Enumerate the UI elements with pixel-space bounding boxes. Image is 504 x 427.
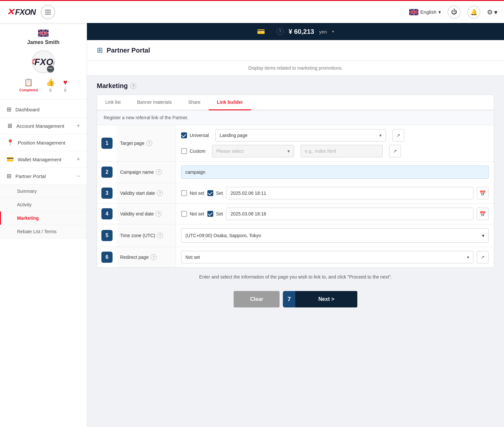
expand-icon: +: [76, 156, 80, 163]
custom-checkbox[interactable]: [181, 148, 187, 154]
next-button[interactable]: Next >: [295, 291, 357, 307]
custom-radio[interactable]: Custom: [181, 148, 205, 154]
nav-right: English ▾ ⏻ 🔔 ⚙ ▾: [409, 6, 497, 19]
tab-link-list[interactable]: Link list: [97, 95, 129, 110]
camera-badge[interactable]: 📷: [47, 65, 54, 73]
language-selector[interactable]: English ▾: [409, 9, 441, 15]
balance-amount: ¥ 60,213: [289, 28, 314, 35]
not-set-label-end: Not set: [190, 211, 204, 216]
hamburger-line: [45, 10, 51, 11]
section-title: Marketing ?: [97, 82, 494, 90]
custom-placeholder: Please select: [216, 148, 243, 154]
help-icon[interactable]: ?: [277, 28, 284, 35]
balance-dropdown-icon[interactable]: ▾: [332, 29, 334, 34]
custom-text-input[interactable]: e.g., index.html: [301, 145, 383, 157]
sub-nav-label-summary: Summary: [17, 189, 37, 194]
step-4-badge: 4: [101, 208, 113, 219]
account-icon: 🖥: [7, 123, 12, 129]
not-set-radio-start[interactable]: Not set: [181, 190, 204, 196]
custom-page-external-link-button[interactable]: ↗: [389, 145, 401, 157]
universal-radio[interactable]: Universal: [181, 132, 209, 138]
balance-bar: 💳 : ? ¥ 60,213 yen ▾: [87, 23, 504, 40]
hamburger-line: [45, 14, 51, 14]
validity-end-help-icon[interactable]: ?: [156, 211, 161, 217]
sidebar-item-wallet-management[interactable]: 💳 Wallet Management +: [0, 151, 87, 168]
landing-page-external-link-button[interactable]: ↗: [392, 129, 404, 142]
stat-heart: ♥ 0: [63, 78, 67, 93]
redirect-value: Not set: [185, 255, 200, 260]
page-subtitle: Display items related to marketing promo…: [248, 65, 343, 71]
sub-nav-label-marketing: Marketing: [17, 215, 39, 221]
redirect-content: Not set ▾ ↗: [176, 247, 494, 267]
step-2-badge: 2: [101, 167, 113, 178]
main-content: 💳 : ? ¥ 60,213 yen ▾ ⊞ Partner Portal Di…: [87, 23, 504, 427]
power-button[interactable]: ⏻: [448, 6, 461, 19]
sidebar-item-account-management[interactable]: 🖥 Account Management +: [0, 118, 87, 134]
campaign-help-icon[interactable]: ?: [156, 169, 162, 175]
universal-checkbox[interactable]: [181, 132, 187, 138]
gear-icon: ⚙: [487, 8, 493, 16]
sidebar-item-activity[interactable]: Activity: [0, 198, 87, 212]
redirect-external-link-button[interactable]: ↗: [477, 251, 489, 263]
heart-count: 0: [64, 88, 67, 93]
flag-uk-icon: [409, 9, 418, 15]
logo[interactable]: ✕ FXON: [7, 7, 36, 17]
action-buttons: Clear 7 Next >: [97, 286, 494, 317]
validity-start-help-icon[interactable]: ?: [157, 190, 163, 196]
sidebar-item-summary[interactable]: Summary: [0, 185, 87, 198]
start-date-input[interactable]: 2025.02.06 18:11: [226, 187, 473, 199]
not-set-checkbox-end[interactable]: [181, 211, 187, 217]
set-checkbox-end[interactable]: [207, 211, 213, 217]
not-set-checkbox-start[interactable]: [181, 190, 187, 196]
landing-page-value: Landing page: [220, 133, 247, 138]
set-radio-end[interactable]: Set: [207, 211, 223, 217]
not-set-radio-end[interactable]: Not set: [181, 211, 204, 217]
stat-completed: 📋 Completed: [19, 78, 38, 93]
campaign-name-input[interactable]: campaign: [181, 166, 489, 179]
balance-separator: :: [270, 29, 271, 34]
end-date-value: 2025.03.08 18:16: [230, 211, 266, 216]
timezone-label: Time zone (UTC) ?: [117, 224, 176, 247]
universal-label: Universal: [190, 133, 209, 138]
notification-button[interactable]: 🔔: [467, 6, 480, 19]
custom-label: Custom: [190, 148, 205, 154]
like-count: 0: [50, 88, 52, 93]
tab-share[interactable]: Share: [180, 95, 209, 110]
subtitle-bar: Display items related to marketing promo…: [87, 61, 504, 76]
landing-page-select[interactable]: Landing page ▾: [215, 129, 386, 142]
position-icon: 📍: [7, 139, 14, 146]
set-checkbox-start[interactable]: [207, 190, 213, 196]
redirect-page-select[interactable]: Not set ▾: [181, 251, 473, 263]
target-page-help-icon[interactable]: ?: [146, 140, 152, 146]
settings-button[interactable]: ⚙ ▾: [487, 8, 497, 16]
end-date-calendar-button[interactable]: 📅: [477, 208, 489, 220]
stats-row: 📋 Completed 👍 0 ♥ 0: [5, 78, 82, 93]
custom-page-select[interactable]: Please select ▾: [212, 145, 294, 157]
set-radio-start[interactable]: Set: [207, 190, 223, 196]
end-date-input[interactable]: 2025.03.08 18:16: [226, 208, 473, 220]
tab-link-builder[interactable]: Link builder: [209, 95, 251, 110]
calendar-icon: 📅: [479, 211, 486, 217]
sidebar-item-position-management[interactable]: 📍 Position Management: [0, 134, 87, 151]
sidebar-item-rebate-list[interactable]: Rebate List / Terms: [0, 225, 87, 238]
redirect-help-icon[interactable]: ?: [151, 254, 157, 260]
step-6-badge: 6: [101, 252, 113, 263]
start-date-value: 2025.02.06 18:11: [230, 191, 266, 196]
sidebar-item-marketing[interactable]: Marketing: [0, 212, 87, 225]
timezone-help-icon[interactable]: ?: [157, 233, 163, 238]
clear-button[interactable]: Clear: [234, 291, 280, 307]
start-date-calendar-button[interactable]: 📅: [477, 187, 489, 199]
marketing-help-icon[interactable]: ?: [130, 83, 136, 89]
sidebar-item-dashboard[interactable]: ⊞ Dashboard: [0, 101, 87, 118]
timezone-select[interactable]: (UTC+09:00) Osaka, Sapporo, Tokyo ▾: [181, 228, 489, 243]
step-1-badge: 1: [101, 138, 113, 149]
sidebar-item-partner-portal[interactable]: ⊞ Partner Portal −: [0, 168, 87, 185]
next-button-container: 7 Next >: [283, 291, 357, 307]
nav-label-account: Account Management: [16, 123, 73, 129]
stat-like: 👍 0: [46, 78, 55, 93]
tab-banner-materials[interactable]: Banner materials: [129, 95, 180, 110]
hamburger-button[interactable]: [41, 5, 55, 19]
form-row-campaign-name: 2 Campaign name ? campaign: [97, 162, 494, 183]
step-5-badge-container: 5: [97, 224, 117, 247]
step-2-badge-container: 2: [97, 162, 117, 183]
